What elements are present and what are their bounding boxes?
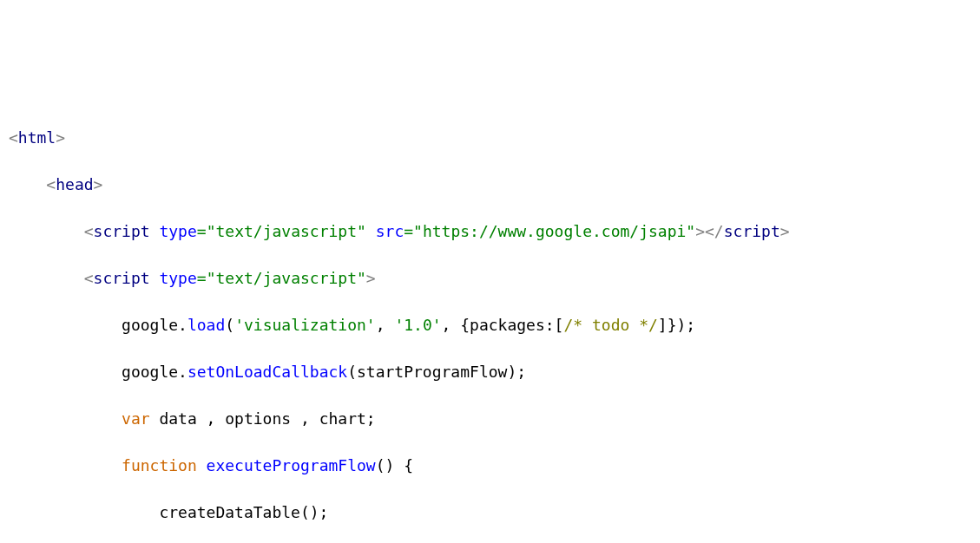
var-declaration: data , options , chart;: [150, 409, 376, 428]
highlight-todo: /* todo */: [563, 316, 657, 334]
tag-script: script: [94, 222, 150, 240]
tag-head: head: [56, 175, 93, 193]
code-line: google.setOnLoadCallback(startProgramFlo…: [9, 360, 971, 383]
tag-html: html: [18, 128, 56, 147]
code-line: var data , options , chart;: [9, 407, 971, 430]
call-createdatatable: createDataTable();: [159, 503, 328, 521]
attr-value: "text/javascript": [207, 222, 366, 240]
highlight-var-decl: var data , options , chart;: [122, 409, 376, 428]
ident-google: google: [122, 316, 178, 334]
method-setonload: setOnLoadCallback: [187, 363, 347, 381]
bracket: >: [56, 128, 65, 147]
ident-google: google: [122, 363, 178, 381]
code-block: <html> <head> <script type="text/javascr…: [9, 102, 971, 543]
ident-startprogramflow: startProgramFlow: [357, 363, 507, 381]
bracket: </: [705, 222, 724, 240]
string-version: '1.0': [394, 316, 441, 334]
keyword-function: function: [122, 456, 197, 474]
code-line: google.load('visualization', '1.0', {pac…: [9, 313, 971, 337]
bracket: <: [84, 222, 94, 240]
attr-type: type: [159, 222, 196, 240]
code-line: <head>: [9, 173, 971, 196]
bracket: >: [94, 175, 103, 193]
code-line: <script type="text/javascript" src="http…: [9, 219, 971, 243]
string-visualization: 'visualization': [234, 316, 376, 334]
method-load: load: [187, 316, 225, 334]
todo-comment: /* todo */: [563, 316, 657, 334]
code-line: <script type="text/javascript">: [9, 266, 971, 290]
tag-script: script: [94, 269, 150, 287]
bracket: <: [46, 175, 56, 193]
attr-src: src: [376, 222, 404, 240]
highlight-src-url: "https://www.google.com/jsapi": [413, 222, 695, 240]
tag-script: script: [724, 222, 780, 240]
keyword-var: var: [122, 409, 150, 428]
bracket: <: [84, 269, 94, 287]
bracket: <: [9, 128, 18, 147]
attr-value: "text/javascript": [207, 269, 366, 287]
fn-executeprogramflow: executeProgramFlow: [207, 456, 376, 474]
bracket: >: [695, 222, 705, 240]
code-line: createDataTable();: [9, 500, 971, 524]
code-line: function executeProgramFlow() {: [9, 454, 971, 477]
bracket: >: [780, 222, 790, 240]
key-packages: packages: [470, 316, 545, 334]
code-line: <html>: [9, 126, 971, 149]
bracket: >: [366, 269, 376, 287]
src-url: "https://www.google.com/jsapi": [413, 222, 695, 240]
attr-type: type: [159, 269, 196, 287]
